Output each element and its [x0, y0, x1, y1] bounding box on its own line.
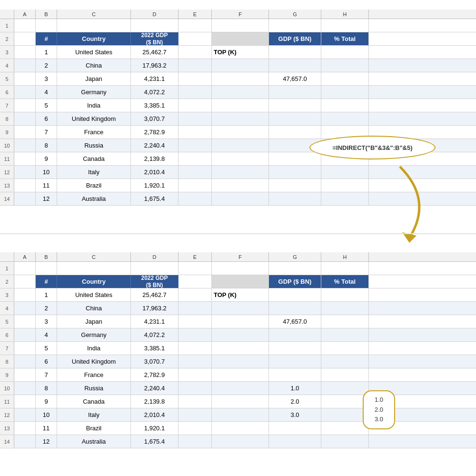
top-row-2: 2 # Country 2022 GDP($ BN) GDP ($ BN) % … — [0, 32, 476, 46]
bottom-row-4: 4 2 China 17,963.2 — [0, 302, 476, 315]
bottom-col-e-header: E — [178, 252, 212, 261]
top-gdpbn-header: GDP ($ BN) — [269, 32, 321, 45]
top-row-13: 13 11 Brazil 1,920.1 — [0, 179, 476, 192]
top-row-4: 4 2 China 17,963.2 — [0, 59, 476, 72]
top-gdp-header: 2022 GDP($ BN) — [131, 32, 178, 45]
top-row-7: 7 5 India 3,385.1 — [0, 99, 476, 112]
formula-text: =INDIRECT("B"&3&":B"&5) — [332, 144, 412, 151]
top-spreadsheet: A B C D E F G H 1 2 # Country 2022 GDP($… — [0, 10, 476, 214]
bottom-gdp-header: 2022 GDP($ BN) — [131, 275, 178, 288]
bottom-grid-body: 1 2 # Country 2022 GDP($ BN) GDP ($ BN) … — [0, 262, 476, 448]
top-col-headers: A B C D E F G H — [0, 10, 476, 19]
bottom-row-5: 5 3 Japan 4,231.1 47,657.0 — [0, 315, 476, 328]
top-row-12: 12 10 Italy 2,010.4 — [0, 166, 476, 179]
bottom-row-1: 1 — [0, 262, 476, 275]
bottom-row-11: 11 9 Canada 2,139.8 2.0 — [0, 395, 476, 408]
bottom-country-header: Country — [57, 275, 131, 288]
bottom-result-3: 3.0 — [269, 408, 321, 421]
bottom-col-d-header: D — [131, 252, 178, 261]
col-e-header: E — [178, 10, 212, 19]
col-h-header: H — [321, 10, 369, 19]
result-value-3: 3.0 — [375, 415, 383, 425]
top-row-14: 14 12 Australia 1,675.4 — [0, 192, 476, 206]
corner-cell — [0, 10, 14, 19]
col-f-header: F — [212, 10, 269, 19]
top-row-3: 3 1 United States 25,462.7 TOP (K) — [0, 46, 476, 59]
top-row-1: 1 — [0, 19, 476, 32]
top-row-5: 5 3 Japan 4,231.1 47,657.0 — [0, 72, 476, 86]
col-g-header: G — [269, 10, 321, 19]
top-grid-body: 1 2 # Country 2022 GDP($ BN) GDP ($ BN) … — [0, 19, 476, 206]
bottom-row-9: 9 7 France 2,782.9 — [0, 368, 476, 382]
result-bubble: 1.0 2.0 3.0 — [363, 390, 395, 429]
col-a-header: A — [14, 10, 36, 19]
bottom-row-7: 7 5 India 3,385.1 — [0, 342, 476, 355]
bottom-row-2: 2 # Country 2022 GDP($ BN) GDP ($ BN) % … — [0, 275, 476, 288]
formula-bubble: =INDIRECT("B"&3&":B"&5) — [309, 136, 436, 159]
col-b-header: B — [36, 10, 57, 19]
top-gdp-total: 47,657.0 — [269, 72, 321, 85]
top-num-header: # — [36, 32, 57, 45]
bottom-row-10: 10 8 Russia 2,240.4 1.0 — [0, 382, 476, 395]
bottom-col-f-header: F — [212, 252, 269, 261]
top-country-header: Country — [57, 32, 131, 45]
top-pct-header: % Total — [321, 32, 369, 45]
bottom-col-a-header: A — [14, 252, 36, 261]
bottom-result-1: 1.0 — [269, 382, 321, 395]
top-row-6: 6 4 Germany 4,072.2 — [0, 86, 476, 99]
top-k-label: TOP (K) — [214, 49, 237, 56]
bottom-col-b-header: B — [36, 252, 57, 261]
bottom-gdp-total: 47,657.0 — [269, 315, 321, 328]
bottom-result-2: 2.0 — [269, 395, 321, 408]
section-divider — [0, 233, 476, 234]
result-value-2: 2.0 — [375, 405, 383, 415]
bottom-col-headers: A B C D E F G H — [0, 252, 476, 262]
col-d-header: D — [131, 10, 178, 19]
bottom-row-6: 6 4 Germany 4,072.2 — [0, 328, 476, 342]
bottom-col-c-header: C — [57, 252, 131, 261]
result-value-1: 1.0 — [375, 395, 383, 405]
bottom-num-header: # — [36, 275, 57, 288]
bottom-row-8: 8 6 United Kingdom 3,070.7 — [0, 355, 476, 368]
bottom-row-3: 3 1 United States 25,462.7 TOP (K) — [0, 288, 476, 302]
col-c-header: C — [57, 10, 131, 19]
bottom-corner-cell — [0, 252, 14, 261]
bottom-row-13: 13 11 Brazil 1,920.1 — [0, 422, 476, 435]
bottom-gdpbn-header: GDP ($ BN) — [269, 275, 321, 288]
bottom-row-14: 14 12 Australia 1,675.4 — [0, 435, 476, 448]
bottom-row-12: 12 10 Italy 2,010.4 3.0 — [0, 408, 476, 422]
bottom-top-k-label: TOP (K) — [214, 291, 237, 298]
bottom-col-h-header: H — [321, 252, 369, 261]
bottom-col-g-header: G — [269, 252, 321, 261]
bottom-pct-header: % Total — [321, 275, 369, 288]
bottom-spreadsheet: A B C D E F G H 1 2 # Country 2022 GDP($… — [0, 252, 476, 466]
top-row-8: 8 6 United Kingdom 3,070.7 — [0, 112, 476, 126]
